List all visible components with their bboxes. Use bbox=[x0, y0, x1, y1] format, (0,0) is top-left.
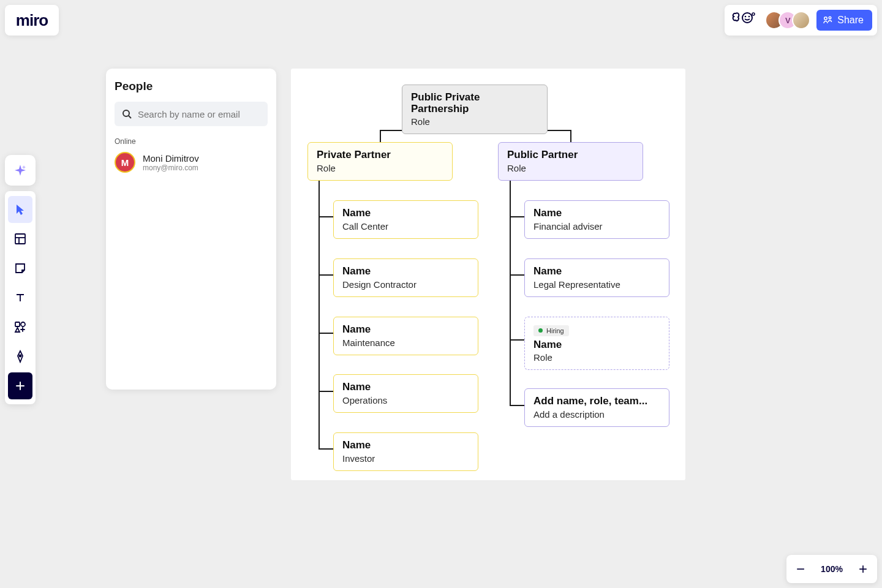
node-title: Name bbox=[342, 382, 469, 393]
node-title: Name bbox=[342, 266, 469, 277]
svg-point-4 bbox=[824, 17, 827, 20]
reactions-icon[interactable] bbox=[729, 11, 759, 29]
topbar-right: V Share bbox=[725, 5, 877, 36]
connector bbox=[318, 274, 333, 276]
node-sub: Legal Representative bbox=[533, 279, 660, 290]
zoom-controls: − 100% + bbox=[786, 555, 877, 583]
share-button[interactable]: Share bbox=[816, 10, 872, 31]
pen-tool[interactable] bbox=[8, 343, 32, 370]
node-sub: Role bbox=[317, 163, 443, 173]
node-sub: Design Contractor bbox=[342, 279, 469, 290]
org-node[interactable]: Name Operations bbox=[333, 374, 478, 413]
org-node[interactable]: Name Maintenance bbox=[333, 317, 478, 355]
sticky-note-tool[interactable] bbox=[8, 255, 32, 282]
hiring-label: Hiring bbox=[546, 327, 564, 334]
avatar[interactable] bbox=[792, 11, 810, 29]
org-node[interactable]: Name Investor bbox=[333, 432, 478, 471]
collaborator-avatars[interactable]: V bbox=[765, 11, 810, 29]
connector bbox=[510, 274, 524, 276]
share-label: Share bbox=[837, 15, 864, 26]
app-logo[interactable]: miro bbox=[5, 5, 59, 36]
connector bbox=[318, 448, 333, 450]
person-avatar: M bbox=[115, 152, 135, 173]
svg-point-2 bbox=[748, 16, 750, 18]
node-sub: Role bbox=[507, 163, 634, 173]
svg-point-11 bbox=[20, 355, 21, 357]
node-title: Name bbox=[342, 208, 469, 219]
node-sub: Role bbox=[411, 116, 538, 127]
node-sub: Role bbox=[533, 352, 660, 363]
people-title: People bbox=[115, 80, 268, 93]
zoom-value[interactable]: 100% bbox=[820, 564, 844, 574]
node-title: Name bbox=[342, 324, 469, 336]
org-public-header[interactable]: Public Partner Role bbox=[498, 142, 643, 181]
node-title: Public Partner bbox=[507, 149, 634, 161]
search-icon bbox=[122, 109, 132, 119]
left-toolbar bbox=[5, 191, 36, 404]
node-title: Name bbox=[533, 266, 660, 277]
node-sub: Operations bbox=[342, 395, 469, 405]
connector bbox=[510, 175, 511, 405]
people-search[interactable] bbox=[115, 102, 268, 126]
svg-point-12 bbox=[123, 110, 129, 116]
connector bbox=[510, 216, 524, 217]
svg-point-3 bbox=[752, 13, 755, 15]
hiring-badge: Hiring bbox=[533, 325, 569, 336]
org-root-node[interactable]: Public Private Partnership Role bbox=[402, 85, 548, 134]
zoom-out-button[interactable]: − bbox=[793, 560, 809, 578]
org-private-header[interactable]: Private Partner Role bbox=[307, 142, 453, 181]
node-title: Public Private Partnership bbox=[411, 92, 538, 115]
text-tool[interactable] bbox=[8, 284, 32, 311]
share-icon bbox=[823, 15, 832, 26]
svg-point-10 bbox=[21, 322, 25, 326]
node-title: Private Partner bbox=[317, 149, 443, 161]
node-sub: Maintenance bbox=[342, 337, 469, 348]
org-node[interactable]: Name Call Center bbox=[333, 200, 478, 239]
online-label: Online bbox=[115, 137, 268, 146]
connector bbox=[510, 339, 524, 341]
ai-tool-button[interactable] bbox=[5, 155, 36, 186]
connector bbox=[318, 333, 333, 334]
node-title: Add name, role, team... bbox=[533, 396, 660, 407]
org-node[interactable]: Name Design Contractor bbox=[333, 258, 478, 297]
person-row[interactable]: M Moni Dimitrov mony@miro.com bbox=[115, 152, 268, 173]
more-tools[interactable] bbox=[8, 372, 32, 399]
node-sub: Add a description bbox=[533, 409, 660, 420]
node-title: Name bbox=[533, 208, 660, 219]
svg-point-5 bbox=[829, 17, 831, 19]
org-node[interactable]: Name Financial adviser bbox=[524, 200, 669, 239]
node-sub: Call Center bbox=[342, 221, 469, 232]
logo-text: miro bbox=[16, 11, 48, 30]
svg-rect-9 bbox=[15, 322, 20, 326]
svg-point-0 bbox=[742, 13, 752, 23]
node-sub: Financial adviser bbox=[533, 221, 660, 232]
connector bbox=[570, 130, 571, 142]
node-sub: Investor bbox=[342, 453, 469, 464]
svg-line-13 bbox=[129, 116, 131, 118]
connector bbox=[318, 216, 333, 217]
board-canvas[interactable]: Public Private Partnership Role Private … bbox=[291, 69, 685, 480]
org-node[interactable]: Name Legal Representative bbox=[524, 258, 669, 297]
search-input[interactable] bbox=[138, 109, 260, 119]
org-node-placeholder[interactable]: Add name, role, team... Add a descriptio… bbox=[524, 388, 669, 427]
connector bbox=[380, 130, 381, 142]
select-tool[interactable] bbox=[8, 196, 32, 223]
templates-tool[interactable] bbox=[8, 225, 32, 252]
person-name: Moni Dimitrov bbox=[143, 153, 199, 164]
people-panel: People Online M Moni Dimitrov mony@miro.… bbox=[106, 69, 276, 390]
zoom-in-button[interactable]: + bbox=[855, 560, 871, 578]
connector bbox=[318, 391, 333, 392]
shapes-tool[interactable] bbox=[8, 314, 32, 341]
person-email: mony@miro.com bbox=[143, 164, 199, 172]
org-node-hiring[interactable]: Hiring Name Role bbox=[524, 317, 669, 370]
status-dot-icon bbox=[538, 328, 543, 333]
node-title: Name bbox=[342, 440, 469, 451]
connector bbox=[510, 405, 524, 406]
svg-rect-6 bbox=[15, 234, 25, 244]
node-title: Name bbox=[533, 339, 660, 351]
svg-point-1 bbox=[745, 16, 747, 18]
